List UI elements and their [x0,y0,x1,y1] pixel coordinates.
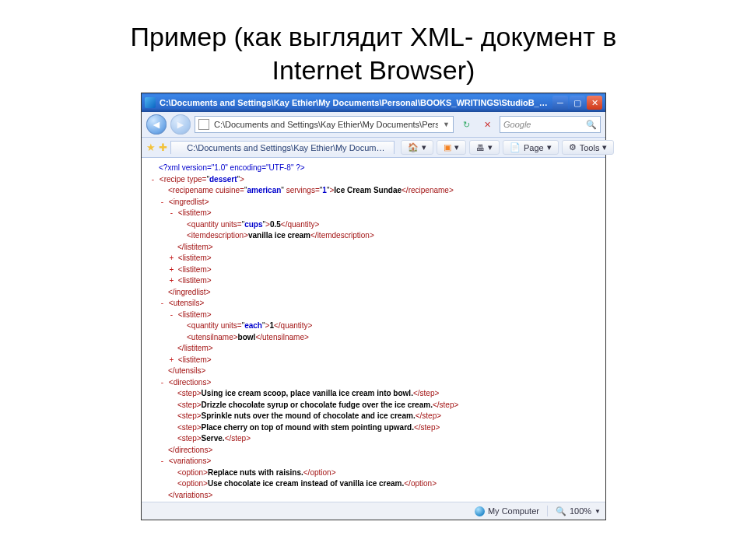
status-bar: My Computer 🔍 100% ▼ [142,502,605,520]
page-label: Page [524,143,544,152]
address-dropdown-icon[interactable]: ▼ [443,121,450,128]
address-input[interactable] [212,119,440,130]
quantity-close2: quantity [281,321,308,330]
favorites-star-icon[interactable]: ★ [146,142,156,153]
tab-toolbar: ★ ✚ C:\Documents and Settings\Kay Ethier… [142,138,605,158]
toggle-icon[interactable]: - [168,310,175,321]
stop-button[interactable]: ✕ [479,116,496,133]
security-zone[interactable]: My Computer [475,506,539,516]
toggle-icon[interactable]: - [159,197,166,208]
toggle-icon[interactable]: - [168,208,175,219]
search-box[interactable]: Google 🔍 [500,116,601,133]
toggle-icon[interactable]: - [159,377,166,389]
recipename-text: Ice Cream Sundae [334,186,402,194]
feeds-button[interactable]: ▣▾ [437,140,466,155]
search-icon[interactable]: 🔍 [586,120,597,130]
step-close: step [440,401,454,409]
variations-close: variations [175,491,209,499]
option2-text: Use chocolate ice cream instead of vanil… [208,479,404,488]
add-favorite-icon[interactable]: ✚ [159,142,167,153]
ie-favicon-icon [145,97,156,108]
toggle-icon[interactable]: + [168,355,175,366]
title-line-2: Internet Browser) [272,55,475,85]
itemdesc-text: vanilla ice cream [248,231,310,240]
print-button[interactable]: 🖶▾ [469,140,500,155]
xml-quantity-each: <quantity units="each">1</quantity> [149,320,601,332]
zoom-control[interactable]: 🔍 100% ▼ [556,506,601,516]
xml-recipe-open: - <recipe type="dessert"> [149,174,601,186]
home-icon: 🏠 [408,142,419,152]
step-tag: step [182,423,197,432]
toggle-icon[interactable]: - [159,298,166,310]
browser-tab[interactable]: C:\Documents and Settings\Kay Ethier\My … [170,141,395,154]
forward-button[interactable]: ► [170,114,191,135]
val-dessert: dessert [209,175,237,184]
step-tag: step [182,389,197,397]
slide-title: Пример (как выглядит XML- документ в Int… [0,0,747,93]
ingredlist-tag: ingredlist [174,198,205,206]
xml-listitem-close2: </listitem> [149,343,601,355]
xml-variations-open: - <variations> [149,456,601,467]
xml-listitem-collapsed: + <listitem> [149,253,601,264]
feed-icon: ▣ [444,142,451,152]
zone-label: My Computer [488,506,539,516]
title-line-1: Пример (как выглядит XML- документ в [131,22,617,51]
page-icon [198,119,209,130]
xml-listitem-collapsed: + <listitem> [149,355,601,366]
xml-listitem-open: - <listitem> [149,208,601,219]
listitem-close2: listitem [184,344,209,352]
val-cups: cups [244,220,262,229]
step4-text: Place cherry on top of mound with stem p… [202,423,414,432]
toggle-icon[interactable]: + [168,253,175,264]
zoom-value: 100% [570,506,591,516]
tools-menu[interactable]: ⚙Tools ▾ [562,140,615,155]
xml-step-5: <step>Serve.</step> [149,433,601,445]
refresh-button[interactable]: ↻ [458,116,475,133]
listitem-close: listitem [184,243,209,251]
toggle-icon[interactable]: + [168,275,175,287]
globe-icon [475,506,485,516]
directions-close: directions [175,446,209,454]
xml-listitem-collapsed: + <listitem> [149,275,601,287]
xml-decl-text: <?xml version="1.0" encoding="UTF-8" ?> [159,163,305,172]
address-bar[interactable]: ▼ [195,116,454,133]
home-button[interactable]: 🏠▾ [401,140,433,155]
toggle-icon[interactable]: - [159,456,166,467]
status-divider [547,506,548,516]
toggle-icon[interactable]: + [168,264,175,276]
quantity-tag2: quantity [191,321,219,330]
xml-ingredlist-open: - <ingredlist> [149,197,601,208]
screenshot-frame: C:\Documents and Settings\Kay Ethier\My … [141,93,606,520]
xml-listitem-open2: - <listitem> [149,310,601,321]
step2-text: Drizzle chocolate syrup or chocolate fud… [202,401,433,409]
toggle-icon[interactable]: - [149,174,156,186]
xml-viewport[interactable]: <?xml version="1.0" encoding="UTF-8" ?> … [142,158,605,502]
xml-itemdescription: <itemdescription>vanilla ice cream</item… [149,230,601,242]
step5-text: Serve. [202,434,225,443]
option-tag: option [182,468,203,477]
xml-step-4: <step>Place cherry on top of mound with … [149,422,601,434]
listitem-tag5: listitem [183,310,207,319]
page-doc-icon: 📄 [510,142,521,152]
tools-label: Tools [580,143,600,152]
xml-step-1: <step>Using ice cream scoop, place vanil… [149,388,601,400]
page-menu[interactable]: 📄Page ▾ [503,140,559,155]
option-close: option [310,468,331,477]
xml-step-2: <step>Drizzle chocolate syrup or chocola… [149,400,601,411]
attr-units2: units [221,321,237,330]
utensilname-close: utensilname [262,333,304,341]
maximize-button[interactable]: ▢ [570,96,585,110]
utensils-close: utensils [175,366,202,375]
slide: Пример (как выглядит XML- документ в Int… [0,0,747,560]
minimize-button[interactable]: ─ [552,96,568,110]
ingredlist-close: ingredlist [175,288,206,296]
step-close: step [420,389,435,397]
titlebar[interactable]: C:\Documents and Settings\Kay Ethier\My … [142,93,605,112]
xml-recipename: <recipename cuisine="american" servings=… [149,185,601,197]
chevron-down-icon: ▼ [594,508,601,515]
xml-listitem-close: </listitem> [149,242,601,254]
close-button[interactable]: ✕ [587,96,602,110]
xml-listitem-collapsed: + <listitem> [149,264,601,276]
zoom-icon: 🔍 [556,506,566,516]
back-button[interactable]: ◄ [146,114,167,135]
